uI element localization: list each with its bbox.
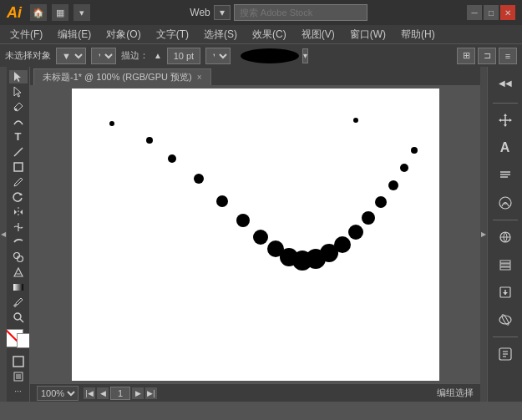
minimize-button[interactable]: ─ — [467, 5, 482, 20]
menu-window[interactable]: 窗口(W) — [343, 26, 393, 43]
maximize-button[interactable]: □ — [484, 5, 499, 20]
svg-rect-31 — [500, 267, 510, 270]
left-toolbar: T — [7, 67, 30, 402]
canvas-dot — [216, 195, 228, 207]
menu-help[interactable]: 帮助(H) — [394, 26, 442, 43]
prev-page-button[interactable]: ◀ — [97, 387, 109, 399]
canvas-dot — [362, 211, 375, 225]
canvas-dot — [348, 225, 363, 240]
svg-line-14 — [20, 319, 23, 322]
perspective-tool[interactable] — [9, 266, 28, 279]
stroke-width-input[interactable] — [167, 48, 200, 64]
paragraph-panel-button[interactable] — [493, 163, 518, 188]
align-button[interactable]: ⊞ — [457, 48, 475, 64]
page-input[interactable] — [110, 387, 130, 400]
gradient-tool[interactable] — [9, 281, 28, 294]
select-tool[interactable] — [9, 70, 28, 83]
character-panel-button[interactable] — [493, 190, 518, 215]
canvas-dot — [168, 154, 176, 163]
more-tools-button[interactable]: ··· — [9, 385, 28, 398]
menu-file[interactable]: 文件(F) — [3, 26, 49, 43]
curvature-tool[interactable] — [9, 115, 28, 129]
page-nav: |◀ ◀ ▶ ▶| — [84, 387, 157, 400]
export-panel-button[interactable] — [493, 280, 518, 305]
layers-panel-button[interactable] — [493, 252, 518, 277]
shape-builder-tool[interactable] — [9, 250, 28, 264]
canvas-dot — [253, 230, 268, 245]
search-input[interactable] — [234, 4, 367, 21]
svg-marker-0 — [14, 72, 21, 82]
right-panel-collapse[interactable]: ▶ — [480, 67, 487, 402]
svg-rect-16 — [13, 357, 23, 367]
window-controls: ─ □ ✕ — [467, 5, 515, 20]
layout-dropdown-button[interactable]: ▾ — [73, 4, 90, 21]
canvas-wrapper[interactable] — [30, 85, 480, 383]
stroke-style-select[interactable]: ▼ — [91, 48, 116, 64]
rotate-tool[interactable] — [9, 190, 28, 204]
stroke-up-arrow[interactable]: ▲ — [154, 51, 162, 60]
stroke-preview-dropdown[interactable]: ▾ — [302, 48, 308, 63]
stroke-color-select[interactable]: ▼ — [56, 48, 86, 64]
width-tool[interactable] — [9, 220, 28, 234]
move-panel-button[interactable] — [493, 108, 518, 133]
paintbrush-tool[interactable] — [9, 175, 28, 189]
canvas-dot — [194, 174, 204, 184]
direct-select-tool[interactable] — [9, 85, 28, 99]
menu-object[interactable]: 对象(O) — [99, 26, 147, 43]
home-button[interactable]: 🏠 — [30, 4, 47, 21]
stroke-preview — [241, 48, 299, 63]
menu-type[interactable]: 文字(T) — [150, 26, 195, 43]
line-tool[interactable] — [9, 145, 28, 159]
menu-select[interactable]: 选择(S) — [197, 26, 244, 43]
canvas-dot — [375, 196, 387, 208]
right-panel-divider-1 — [493, 103, 518, 104]
stroke-color-box[interactable] — [17, 333, 31, 348]
tab-bar: 未标题-1* @ 100% (RGB/GPU 预览) × — [30, 67, 480, 85]
properties-panel-button[interactable] — [493, 342, 518, 367]
rectangle-tool[interactable] — [9, 160, 28, 174]
warp-tool[interactable] — [9, 235, 28, 249]
stroke-unit-select[interactable]: ▼ — [205, 48, 231, 64]
transform-button[interactable]: ⊐ — [478, 48, 496, 64]
reflect-tool[interactable] — [9, 205, 28, 219]
svg-rect-18 — [16, 374, 21, 379]
more-button[interactable]: ≡ — [499, 48, 517, 64]
drawing-mode-button[interactable] — [9, 370, 28, 383]
canvas-dot — [109, 121, 114, 126]
canvas-dot — [236, 214, 250, 227]
tab-close-button[interactable]: × — [197, 73, 202, 82]
svg-marker-22 — [509, 119, 512, 122]
first-page-button[interactable]: |◀ — [84, 387, 95, 399]
options-bar: 未选择对象 ▼ ▼ 描边： ▲ ▼ ▾ ⊞ ⊐ ≡ — [0, 43, 522, 67]
text-panel-button[interactable]: A — [493, 135, 518, 160]
eyedropper-tool[interactable] — [9, 296, 28, 309]
canvas-dot — [353, 118, 358, 123]
color-boxes[interactable] — [7, 329, 30, 348]
menu-effect[interactable]: 效果(C) — [246, 26, 293, 43]
canvas-dot — [400, 164, 408, 172]
document-tab[interactable]: 未标题-1* @ 100% (RGB/GPU 预览) × — [33, 68, 211, 85]
title-center: Web ▾ — [95, 4, 462, 21]
zoom-select[interactable]: 100% — [37, 386, 79, 401]
close-button[interactable]: ✕ — [500, 5, 515, 20]
layout-button[interactable]: ▦ — [52, 4, 68, 21]
type-tool[interactable]: T — [9, 130, 28, 144]
canvas-area: 未标题-1* @ 100% (RGB/GPU 预览) × 100% |◀ ◀ ▶… — [30, 67, 480, 402]
right-panel-divider-3 — [493, 337, 518, 337]
svg-rect-4 — [14, 163, 23, 171]
menu-view[interactable]: 视图(V) — [295, 26, 342, 43]
right-panel: ◀◀ A — [487, 67, 522, 402]
svg-marker-19 — [504, 114, 507, 116]
libraries-panel-button[interactable] — [493, 225, 518, 250]
pen-tool[interactable] — [9, 100, 28, 114]
3d-panel-button[interactable] — [493, 307, 518, 332]
screen-mode-button[interactable] — [9, 355, 28, 368]
svg-rect-12 — [13, 284, 23, 291]
next-page-button[interactable]: ▶ — [132, 387, 144, 399]
left-panel-collapse[interactable]: ◀ — [0, 67, 7, 402]
last-page-button[interactable]: ▶| — [145, 387, 157, 399]
menu-edit[interactable]: 编辑(E) — [51, 26, 98, 43]
workspace-dropdown-button[interactable]: ▾ — [214, 5, 231, 20]
zoom-tool[interactable] — [9, 311, 28, 324]
right-panel-toggle[interactable]: ◀◀ — [493, 70, 518, 95]
